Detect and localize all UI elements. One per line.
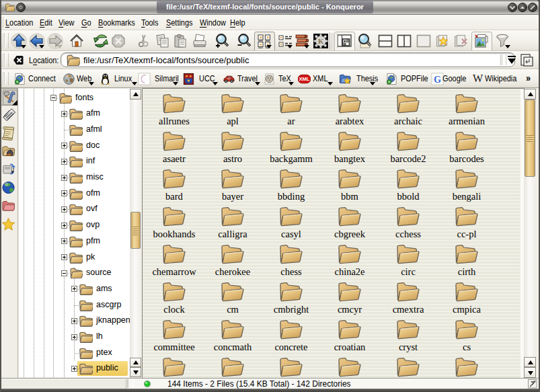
svg-text:W: W <box>473 73 484 84</box>
svg-text:♡: ♡ <box>144 79 147 81</box>
svg-text:G: G <box>434 74 441 85</box>
svg-text:K: K <box>318 37 324 45</box>
svg-text:XML: XML <box>299 76 310 82</box>
